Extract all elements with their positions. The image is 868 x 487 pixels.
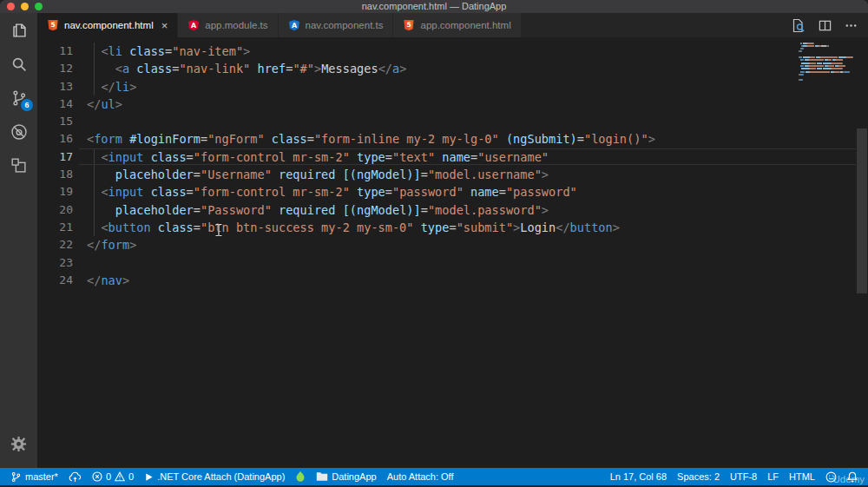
status-git-branch[interactable]: master* [5,468,63,485]
activity-settings[interactable] [0,427,37,461]
angular-blue-icon: A [288,19,300,31]
code-line-20: 20 placeholder="Password" required [(ngM… [37,201,868,219]
play-icon [144,472,154,482]
code-line-14: 14</ul> [37,95,868,113]
indent-guide [94,148,95,166]
ellipsis-icon [845,19,858,32]
indent-guide [94,166,95,183]
close-window-button[interactable] [7,3,15,10]
split-editor-icon [819,19,832,32]
extensions-icon [10,156,29,175]
tab-close-button[interactable]: × [161,20,168,31]
code-text[interactable]: placeholder="Password" required [(ngMode… [79,201,868,219]
angular-red-icon: A [187,19,200,31]
code-text[interactable]: <a class="nav-link" href="#">Messages</a… [79,60,868,77]
files-icon [10,21,29,40]
tab-nav.component.html[interactable]: 5nav.component.html× [37,13,178,37]
code-text[interactable]: </form> [79,236,868,253]
status-label: Spaces: 2 [677,471,720,482]
code-text[interactable]: <li class="nav-item"> [79,43,868,60]
line-number: 19 [37,183,79,201]
scm-badge: 6 [21,99,33,111]
more-actions-button[interactable] [845,19,858,32]
indent-guide [94,201,95,219]
editor: 11 <li class="nav-item">12 <a class="nav… [37,37,868,468]
indent-guide [94,43,95,60]
tab-label: nav.component.ts [306,20,384,30]
zoom-window-button[interactable] [35,3,43,10]
cloud-upload-icon [69,471,82,483]
indent-guide [94,219,95,236]
code-text[interactable]: <input class="form-control mr-sm-2" type… [79,148,868,166]
code-text[interactable]: placeholder="Username" required [(ngMode… [79,166,868,183]
status-label: HTML [789,471,815,482]
minimize-window-button[interactable] [21,3,29,10]
code-line-15: 15 [37,113,868,130]
code-text[interactable] [79,113,868,130]
line-number: 22 [37,236,79,253]
status-sync-changes[interactable] [63,468,87,485]
indent-guide [94,60,95,77]
line-number: 17 [37,148,79,166]
status-debug-config[interactable]: .NET Core Attach (DatingApp) [139,468,290,485]
code-text[interactable]: <input class="form-control mr-sm-2" type… [79,183,868,201]
status-label: Ln 17, Col 68 [610,471,667,482]
status-indentation[interactable]: Spaces: 2 [672,468,725,485]
code-text[interactable]: <button class="btn btn-success my-2 my-s… [79,219,868,236]
status-eol[interactable]: LF [762,468,784,485]
status-label: Auto Attach: Off [387,471,454,482]
smiley-icon [825,471,837,483]
vertical-scrollbar[interactable] [857,128,867,293]
status-label: master* [25,471,58,482]
code-line-21: 21 <button class="btn btn-success my-2 m… [37,219,868,236]
code-line-17: 17 <input class="form-control mr-sm-2" t… [37,148,868,166]
tab-nav.component.ts[interactable]: Anav.component.ts [279,13,394,37]
open-preview-button[interactable] [791,18,806,33]
line-number: 21 [37,219,79,236]
status-label: DatingApp [332,471,376,482]
activity-debug[interactable] [0,115,37,148]
status-label: 0 [128,471,134,482]
preview-icon [791,18,806,33]
tab-label: nav.component.html [64,20,154,30]
code-area[interactable]: 11 <li class="nav-item">12 <a class="nav… [37,37,868,289]
warning-triangle-icon [115,471,125,482]
tab-label: app.component.html [420,20,510,30]
code-text[interactable]: <form #loginForm="ngForm" class="form-in… [79,130,868,148]
branch-icon [10,471,22,483]
html-file-icon: 5 [403,19,415,31]
status-auto-attach[interactable]: Auto Attach: Off [382,468,459,485]
line-number: 12 [37,60,79,77]
code-text[interactable] [79,254,868,272]
status-workspace-folder[interactable]: DatingApp [311,468,381,485]
status-notifications[interactable] [842,468,863,485]
status-feedback[interactable] [820,468,842,485]
status-angular-status[interactable] [290,468,311,485]
activity-source-control[interactable]: 6 [0,81,37,115]
error-circle-icon [92,471,102,482]
code-text[interactable]: </nav> [79,272,868,289]
editor-actions [791,13,868,37]
code-line-23: 23 [37,254,868,272]
line-number: 16 [37,130,79,148]
tab-app.component.html[interactable]: 5app.component.html [393,13,521,37]
activity-search[interactable] [0,47,37,81]
code-line-22: 22</form> [37,236,868,253]
code-text[interactable]: </li> [79,78,868,95]
indent-guide [94,78,95,95]
status-language-mode[interactable]: HTML [784,468,820,485]
status-cursor-position[interactable]: Ln 17, Col 68 [605,468,672,485]
activity-extensions[interactable] [0,148,37,182]
tab-app.module.ts[interactable]: Aapp.module.ts [178,13,278,37]
status-bar: master*00.NET Core Attach (DatingApp)Dat… [0,468,868,487]
activity-explorer[interactable] [0,13,37,47]
minimap[interactable] [799,42,856,82]
split-editor-button[interactable] [819,19,832,32]
status-problems[interactable]: 00 [87,468,139,485]
code-text[interactable]: </ul> [79,95,868,113]
code-line-11: 11 <li class="nav-item"> [37,43,868,60]
html-file-icon: 5 [47,19,59,31]
line-number: 24 [37,272,79,289]
status-encoding[interactable]: UTF-8 [725,468,762,485]
code-line-18: 18 placeholder="Username" required [(ngM… [37,166,868,183]
